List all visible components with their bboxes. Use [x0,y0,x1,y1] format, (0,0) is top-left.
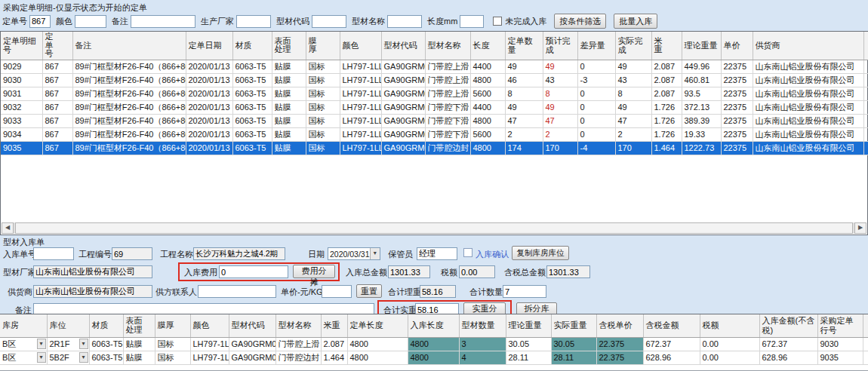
table-cell[interactable]: LH797-1LL0 [340,100,381,114]
table-cell[interactable]: 628.96 [759,351,817,364]
column-header[interactable]: 膜厚 [155,314,190,337]
table-cell[interactable]: 1222.73 [682,141,721,155]
column-header[interactable]: 定单数量 [505,32,543,60]
profile-name-input[interactable] [387,15,422,28]
manufacturer-input[interactable] [236,15,271,28]
table-cell[interactable]: 89#门框型材F26-F40（866+867） [72,87,186,100]
table-cell[interactable]: 28.11 [551,351,596,364]
column-header[interactable]: 米重 [321,314,347,337]
table-cell[interactable]: 170 [543,141,577,155]
table-cell[interactable]: LH797-1LL0 [340,73,381,87]
table-cell[interactable]: 门带腔下滑 [425,100,470,114]
table-cell[interactable]: GA90GRM03 [381,60,425,73]
table-cell[interactable]: 174 [505,141,543,155]
table-cell[interactable]: 贴膜 [272,60,306,73]
table-cell[interactable]: 2 [505,127,543,141]
column-header[interactable]: 材质 [89,314,123,337]
column-header[interactable]: 表面处理 [272,32,306,60]
table-cell[interactable]: 4400 [470,60,505,73]
table-cell[interactable]: 4 [459,351,506,364]
table-cell[interactable]: 9032 [1,100,42,114]
table-cell[interactable]: 0.00 [700,337,759,351]
table-cell[interactable]: 国标 [306,127,340,141]
table-cell[interactable]: 449.96 [682,60,721,73]
table-cell[interactable]: 贴膜 [272,100,306,114]
table-cell[interactable]: 2.087 [651,87,682,100]
table-cell[interactable]: 门带腔上滑 [425,73,470,87]
table-cell[interactable]: B区▾ [0,337,47,351]
column-header[interactable]: 型材数量 [459,314,506,337]
column-header[interactable]: 定单明细号 [1,32,42,60]
table-cell[interactable]: LH797-1LL0 [190,337,229,351]
project-no-input[interactable] [112,247,152,260]
table-cell[interactable]: 43 [615,73,651,87]
scroll-right-icon[interactable]: ▶ [854,222,866,234]
column-header[interactable]: 型材代码 [229,314,275,337]
column-header[interactable]: 差异量 [577,32,615,60]
table-cell[interactable]: 867 [42,141,72,155]
table-cell[interactable]: GA90GRM04 [381,127,425,141]
table-cell[interactable]: 2020/01/13 [186,127,232,141]
fee-input[interactable] [219,265,288,278]
column-header[interactable]: 含税单价 [596,314,643,337]
table-cell[interactable]: 47 [543,114,577,127]
column-header[interactable]: 入库金额(不含税) [759,314,817,337]
table-cell[interactable]: 28.11 [506,351,551,364]
scrollbar-thumb[interactable] [15,222,853,234]
table-cell[interactable]: 9030 [1,73,42,87]
column-header[interactable]: 实际完成 [615,32,651,60]
table-cell[interactable]: GA90GRM03 [381,73,425,87]
table-cell[interactable]: 1.464 [321,351,347,364]
column-header[interactable]: 表面处理 [123,314,155,337]
table-cell[interactable]: GA90GRM04 [381,100,425,114]
table-cell[interactable]: 6063-T5 [89,351,123,364]
table-cell[interactable]: 6063-T5 [232,60,272,73]
table-cell[interactable]: 19.33 [682,127,721,141]
column-header[interactable]: 库位 [47,314,89,337]
table-cell[interactable]: 46 [505,73,543,87]
column-header[interactable]: 颜色 [340,32,381,60]
table-cell[interactable]: 672.37 [759,337,817,351]
table-cell[interactable]: 6063-T5 [232,87,272,100]
table-cell[interactable]: 山东南山铝业股份有限公司 [753,127,863,141]
inbound-no-input[interactable] [33,247,74,260]
table-cell[interactable]: 贴膜 [272,73,306,87]
calendar-dropdown-icon[interactable]: ▾ [370,248,380,259]
table-cell[interactable]: 8 [543,87,577,100]
table-cell[interactable]: 9031 [1,87,42,100]
table-cell[interactable]: 89#门框型材F26-F40（866+867） [72,73,186,87]
table-cell[interactable]: 0 [577,87,615,100]
table-cell[interactable]: B区▾ [0,351,47,364]
table-cell[interactable]: 43 [543,73,577,87]
table-cell[interactable]: 867 [42,73,72,87]
table-cell[interactable]: 2.087 [321,337,347,351]
table-cell[interactable]: 5600 [470,127,505,141]
scroll-left-icon[interactable]: ◀ [2,222,14,234]
table-cell[interactable]: 8 [505,87,543,100]
table-cell[interactable]: 4800 [470,73,505,87]
table-cell[interactable]: 49 [615,100,651,114]
table-cell[interactable]: 89#门框型材F26-F40（866+867） [72,114,186,127]
table-cell[interactable]: 6063-T5 [232,127,272,141]
chevron-down-icon[interactable]: ▾ [79,352,88,363]
table-cell[interactable]: 2020/01/13 [186,60,232,73]
chevron-down-icon[interactable]: ▾ [37,352,46,363]
table-cell[interactable]: 30.05 [506,337,551,351]
table-cell[interactable]: 89#门框型材F26-F40（866+867） [72,127,186,141]
total-amount-input[interactable] [388,265,430,278]
column-header[interactable]: 米重 [651,32,682,60]
table-cell[interactable]: 47 [615,114,651,127]
table-cell[interactable]: -3 [577,73,615,87]
column-header[interactable]: 颜色 [190,314,229,337]
table-cell[interactable]: 4800 [347,351,408,364]
batch-inbound-button[interactable]: 批量入库 [614,14,657,29]
table-cell[interactable]: 4800 [470,141,505,155]
total-with-tax-input[interactable] [546,265,590,278]
horizontal-scrollbar[interactable]: ◀ ▶ [2,222,866,234]
table-cell[interactable]: 6063-T5 [232,100,272,114]
table-cell[interactable]: 山东南山铝业股份有限公司 [753,100,863,114]
table-cell[interactable]: 山东南山铝业股份有限公司 [753,87,863,100]
table-cell[interactable]: 8 [615,87,651,100]
table-cell[interactable]: 49 [615,60,651,73]
chevron-down-icon[interactable]: ▾ [37,339,46,349]
